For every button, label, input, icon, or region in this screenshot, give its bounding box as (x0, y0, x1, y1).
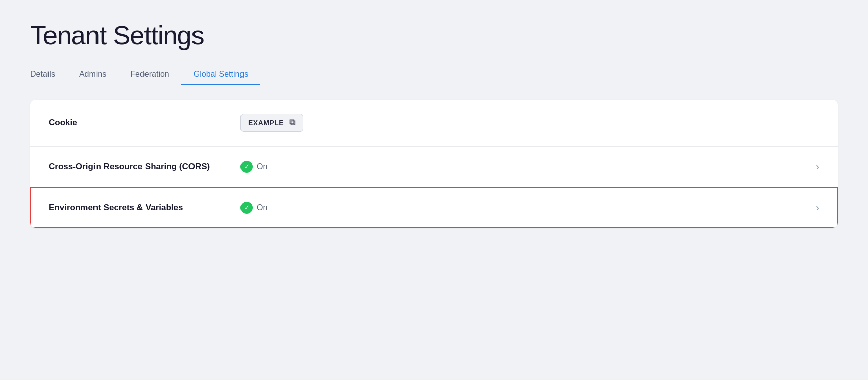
page-title: Tenant Settings (30, 20, 838, 51)
check-mark: ✓ (244, 163, 250, 170)
cookie-value-area: EXAMPLE ⧉ (240, 114, 819, 132)
cors-row[interactable]: Cross-Origin Resource Sharing (CORS) ✓ O… (30, 147, 838, 187)
tab-federation[interactable]: Federation (118, 65, 181, 85)
cors-chevron-icon[interactable]: › (816, 161, 819, 172)
env-secrets-check-icon: ✓ (240, 202, 253, 214)
tabs-bar: Details Admins Federation Global Setting… (30, 65, 838, 85)
cookie-label: Cookie (49, 118, 240, 128)
tab-details[interactable]: Details (30, 65, 67, 85)
copy-icon[interactable]: ⧉ (289, 118, 296, 128)
tab-global-settings[interactable]: Global Settings (181, 65, 261, 85)
tab-admins[interactable]: Admins (67, 65, 118, 85)
cookie-row: Cookie EXAMPLE ⧉ (30, 100, 838, 147)
env-secrets-chevron-icon[interactable]: › (816, 202, 819, 213)
env-secrets-status-text: On (257, 203, 267, 212)
cookie-badge: EXAMPLE ⧉ (240, 114, 303, 132)
env-secrets-status-area: ✓ On (240, 202, 816, 214)
cors-status-badge: ✓ On (240, 161, 267, 173)
env-secrets-row[interactable]: Environment Secrets & Variables ✓ On › (30, 187, 838, 228)
settings-card: Cookie EXAMPLE ⧉ Cross-Origin Resource S… (30, 100, 838, 228)
cors-check-icon: ✓ (240, 161, 253, 173)
cookie-value-text: EXAMPLE (248, 119, 284, 127)
cors-status-text: On (257, 162, 267, 171)
check-mark-2: ✓ (244, 204, 250, 211)
cors-status-area: ✓ On (240, 161, 816, 173)
env-secrets-status-badge: ✓ On (240, 202, 267, 214)
cors-label: Cross-Origin Resource Sharing (CORS) (49, 162, 240, 172)
env-secrets-label: Environment Secrets & Variables (49, 203, 240, 213)
